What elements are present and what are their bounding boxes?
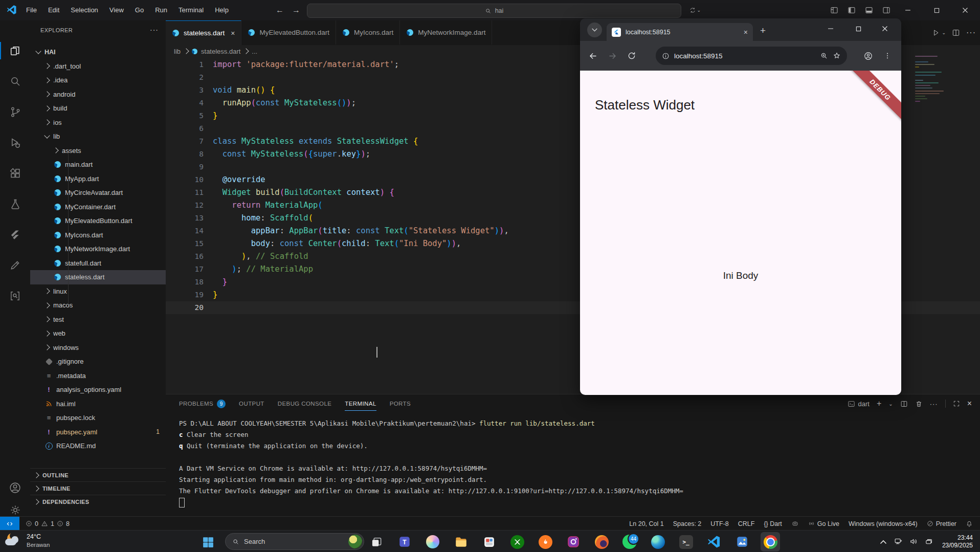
indentation[interactable]: Spaces: 2 <box>673 520 702 527</box>
instagram-icon[interactable] <box>564 532 583 551</box>
tab-close-icon[interactable]: × <box>744 28 748 36</box>
close-panel-icon[interactable]: × <box>967 399 972 408</box>
timeline-section[interactable]: TIMELINE <box>30 481 166 495</box>
run-debug-file-icon[interactable]: ⌄ <box>932 29 946 37</box>
explorer-item-ios[interactable]: ios <box>30 116 166 130</box>
notifications-bell-icon[interactable] <box>966 520 973 527</box>
explorer-item-macos[interactable]: macos <box>30 298 166 313</box>
teams-icon[interactable]: T <box>395 532 414 551</box>
terminal-dropdown-icon[interactable]: ⌄ <box>888 401 893 407</box>
split-terminal-icon[interactable] <box>900 400 908 408</box>
address-bar[interactable]: localhost:58915 <box>656 47 847 65</box>
explorer-item-myicons.dart[interactable]: MyIcons.dart <box>30 228 166 242</box>
explorer-item-.gitignore[interactable]: .gitignore <box>30 355 166 369</box>
menu-go[interactable]: Go <box>129 4 149 17</box>
toggle-secondary-sidebar-icon[interactable] <box>881 5 892 15</box>
explorer-item-mycircleavatar.dart[interactable]: MyCircleAvatar.dart <box>30 186 166 200</box>
tab-close-icon[interactable]: × <box>231 29 235 37</box>
kill-terminal-icon[interactable] <box>915 400 923 408</box>
explorer-item-lib[interactable]: lib <box>30 129 166 144</box>
flutter-icon[interactable] <box>0 223 30 247</box>
taskbar-clock[interactable]: 23:44 23/09/2025 <box>942 534 973 549</box>
terminal-output[interactable]: PS D:\ALL ABOUT COOLYEAH\SEMESTER 5\Apli… <box>179 418 967 508</box>
explorer-item-pubspec.yaml[interactable]: !pubspec.yaml1 <box>30 425 166 439</box>
explorer-item-.dart-tool[interactable]: .dart_tool <box>30 59 166 74</box>
extensions-icon[interactable] <box>0 162 30 185</box>
terminal-shell-item[interactable]: dart <box>848 400 870 408</box>
explorer-item-analysis-options.yaml[interactable]: !analysis_options.yaml <box>30 383 166 397</box>
customize-layout-icon[interactable] <box>829 5 840 15</box>
file-explorer-icon[interactable] <box>451 532 471 551</box>
cursor-position[interactable]: Ln 20, Col 1 <box>629 520 663 527</box>
explorer-item-build[interactable]: build <box>30 101 166 116</box>
volume-icon[interactable] <box>906 534 922 549</box>
new-terminal-icon[interactable]: + <box>877 399 881 408</box>
platform-target[interactable]: Windows (windows-x64) <box>849 520 918 527</box>
search-editor-icon[interactable] <box>0 284 30 307</box>
editor-tab-stateless.dart[interactable]: stateless.dart× <box>166 20 241 45</box>
profile-icon[interactable] <box>861 49 875 62</box>
panel-tab-output[interactable]: OUTPUT <box>239 394 264 413</box>
account-icon[interactable] <box>0 476 30 499</box>
browser-forward-icon[interactable] <box>606 49 619 62</box>
panel-tab-problems[interactable]: PROBLEMS9 <box>179 394 226 413</box>
minimap[interactable] <box>915 54 946 101</box>
menu-run[interactable]: Run <box>149 4 173 17</box>
panel-tab-debug-console[interactable]: DEBUG CONSOLE <box>278 394 332 413</box>
menu-file[interactable]: File <box>20 4 42 17</box>
photos-icon[interactable] <box>732 532 752 551</box>
new-tab-button[interactable]: + <box>760 25 766 36</box>
copilot-icon[interactable] <box>791 520 799 527</box>
edge-icon[interactable] <box>648 532 667 551</box>
prettier-status[interactable]: Prettier <box>927 520 956 527</box>
testing-icon[interactable] <box>0 192 30 216</box>
explorer-item-test[interactable]: test <box>30 313 166 327</box>
explorer-view-icon[interactable] <box>0 39 30 62</box>
explorer-more-actions-icon[interactable]: ··· <box>150 26 159 34</box>
command-center-search[interactable]: hai <box>307 4 681 18</box>
toggle-sidebar-icon[interactable] <box>846 5 857 15</box>
whatsapp-icon[interactable]: 44 <box>620 532 639 551</box>
copilot-icon[interactable] <box>423 532 442 551</box>
toggle-panel-icon[interactable] <box>863 5 875 15</box>
network-icon[interactable] <box>891 534 906 549</box>
go-live-button[interactable]: Go Live <box>808 520 839 527</box>
edit-pencil-icon[interactable] <box>0 253 30 277</box>
start-button[interactable] <box>198 532 217 551</box>
task-view-button[interactable] <box>367 532 386 551</box>
browser-close-button[interactable] <box>874 18 896 39</box>
store-app-icon[interactable] <box>479 532 499 551</box>
editor-more-actions-icon[interactable]: ··· <box>966 28 976 37</box>
panel-more-actions-icon[interactable]: ··· <box>930 400 938 408</box>
search-view-icon[interactable] <box>0 70 30 93</box>
problems-status[interactable]: 0 1 8 <box>26 520 70 527</box>
taskbar-search[interactable]: Search <box>225 533 364 550</box>
explorer-item-web[interactable]: web <box>30 326 166 341</box>
explorer-item-readme.md[interactable]: iREADME.md <box>30 439 166 453</box>
menu-help[interactable]: Help <box>209 4 234 17</box>
menu-view[interactable]: View <box>104 4 129 17</box>
explorer-item-.idea[interactable]: .idea <box>30 73 166 87</box>
browser-back-icon[interactable] <box>586 49 599 62</box>
explorer-item-statefull.dart[interactable]: statefull.dart <box>30 256 166 271</box>
explorer-item-windows[interactable]: windows <box>30 341 166 355</box>
editor-tab-myicons.dart[interactable]: MyIcons.dart <box>336 20 400 45</box>
window-minimize-button[interactable] <box>896 0 920 20</box>
xbox-icon[interactable] <box>507 532 527 551</box>
menu-selection[interactable]: Selection <box>65 4 103 17</box>
panel-tab-terminal[interactable]: TERMINAL <box>345 394 376 413</box>
nav-forward-icon[interactable]: → <box>289 4 303 16</box>
explorer-item-main.dart[interactable]: main.dart <box>30 158 166 172</box>
browser-menu-icon[interactable] <box>881 49 894 62</box>
explorer-item-linux[interactable]: linux <box>30 284 166 299</box>
outline-section[interactable]: OUTLINE <box>30 468 166 482</box>
explorer-item-pubspec.lock[interactable]: ≡pubspec.lock <box>30 411 166 425</box>
chrome-taskbar-icon[interactable] <box>761 532 780 551</box>
xampp-icon[interactable] <box>536 532 555 551</box>
editor-tab-myelevatedbutton.dart[interactable]: MyElevatedButton.dart <box>241 20 336 45</box>
battery-icon[interactable] <box>922 534 937 549</box>
tab-search-icon[interactable] <box>587 23 602 37</box>
nav-back-icon[interactable]: ← <box>273 4 286 16</box>
site-info-icon[interactable] <box>662 52 670 60</box>
split-editor-icon[interactable] <box>952 29 960 37</box>
